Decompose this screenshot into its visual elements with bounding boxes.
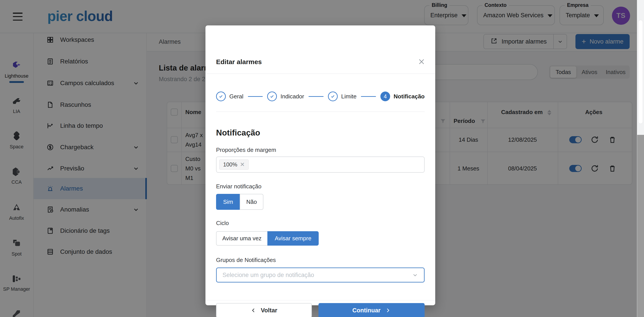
continue-button[interactable]: Continuar <box>318 303 424 317</box>
margin-proportions-input[interactable]: 100% ✕ <box>216 157 424 173</box>
page-scrollbar[interactable] <box>637 0 644 317</box>
step-connector <box>248 96 263 97</box>
cycle-segmented: Avisar uma vez Avisar sempre <box>216 231 319 246</box>
step-geral[interactable]: Geral <box>216 91 244 101</box>
notification-groups-label: Grupos de Notificações <box>216 257 276 264</box>
close-icon[interactable] <box>417 57 426 66</box>
send-no-button[interactable]: Não <box>240 194 264 210</box>
chevron-down-icon <box>412 272 418 278</box>
continue-label: Continuar <box>352 307 380 314</box>
app-root: pier cloud Billing Enterprise Contexto A… <box>0 0 644 317</box>
step-label: Notificação <box>394 93 424 100</box>
step-indicador[interactable]: Indicador <box>267 91 304 101</box>
margin-proportions-label: Proporções de margem <box>216 147 276 153</box>
step-check-icon <box>216 91 226 101</box>
chevron-right-icon <box>385 308 391 313</box>
notify-always-button[interactable]: Avisar sempre <box>268 231 319 246</box>
step-connector <box>308 96 324 97</box>
step-label: Geral <box>229 93 244 100</box>
notify-once-button[interactable]: Avisar uma vez <box>216 231 268 246</box>
step-number: 4 <box>380 91 390 101</box>
send-notification-label: Enviar notificação <box>216 183 262 190</box>
divider <box>206 73 435 74</box>
edit-alarms-modal: Editar alarmes Geral Indicador <box>206 25 435 305</box>
send-notification-segmented: Sim Não <box>216 194 264 210</box>
cycle-label: Ciclo <box>216 220 229 227</box>
step-connector <box>361 96 376 97</box>
tag-close-icon[interactable]: ✕ <box>240 161 245 168</box>
divider <box>206 300 435 301</box>
modal-title: Editar alarmes <box>216 58 262 66</box>
step-check-icon <box>267 91 277 101</box>
notification-groups-select[interactable]: Selecione um grupo de notificação <box>216 268 424 283</box>
step-label: Limite <box>341 93 356 100</box>
section-title: Notificação <box>216 128 260 137</box>
select-placeholder: Selecione um grupo de notificação <box>222 272 412 279</box>
step-check-icon <box>328 91 338 101</box>
step-label: Indicador <box>280 93 304 100</box>
stepper: Geral Indicador Limite 4 Notificação <box>216 91 424 101</box>
back-label: Voltar <box>261 307 277 314</box>
step-notificacao[interactable]: 4 Notificação <box>380 91 424 101</box>
back-button[interactable]: Voltar <box>216 303 312 317</box>
chevron-left-icon <box>250 308 256 313</box>
scrollbar-thumb[interactable] <box>638 20 643 124</box>
step-limite[interactable]: Limite <box>328 91 356 101</box>
divider <box>216 111 424 112</box>
send-yes-button[interactable]: Sim <box>216 194 240 210</box>
margin-tag: 100% ✕ <box>219 159 249 170</box>
